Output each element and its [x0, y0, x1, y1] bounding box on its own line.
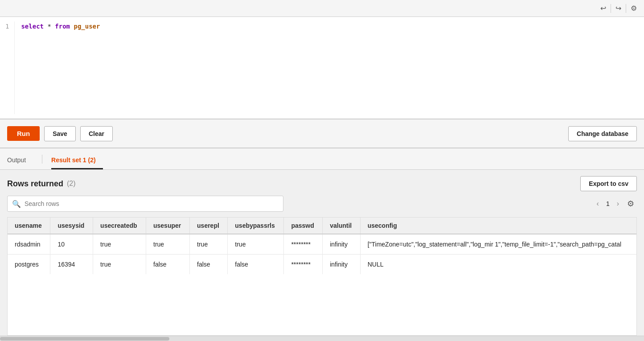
page-number: 1 — [604, 200, 611, 207]
cell-userepl: false — [190, 255, 228, 275]
sql-line-1: select * from pg_user — [21, 21, 638, 31]
cell-usesysid: 10 — [50, 234, 93, 255]
top-toolbar: ↩ ↪ ⚙ — [0, 0, 644, 17]
clear-button[interactable]: Clear — [80, 126, 113, 141]
cell-usecreatedb: true — [93, 255, 146, 275]
cell-passwd: ******** — [284, 234, 323, 255]
save-button[interactable]: Save — [44, 126, 76, 141]
table-wrapper: usename usesysid usecreatedb usesuper us… — [7, 217, 637, 336]
cell-usename: rdsadmin — [8, 234, 50, 255]
action-bar: Run Save Clear Change database — [0, 119, 644, 148]
rows-returned-label: Rows returned — [7, 179, 63, 189]
table-row: rdsadmin10truetruetruetrue********infini… — [8, 234, 636, 255]
sql-op-star: * — [47, 23, 55, 30]
bottom-scrollbar[interactable] — [0, 336, 644, 341]
run-button[interactable]: Run — [7, 126, 40, 141]
tab-output[interactable]: Output — [7, 152, 33, 169]
main-wrapper: ↩ ↪ ⚙ 1 select * from pg_user Run Save C… — [0, 0, 644, 341]
col-usesysid: usesysid — [50, 218, 93, 234]
toolbar-divider — [611, 4, 611, 13]
results-table: usename usesysid usecreatedb usesuper us… — [8, 218, 636, 274]
prev-page-button[interactable]: ‹ — [593, 198, 603, 210]
tab-result-set-1[interactable]: Result set 1 (2) — [51, 152, 103, 169]
next-page-button[interactable]: › — [613, 198, 623, 210]
cell-useconfig: NULL — [360, 255, 636, 275]
cell-userepl: true — [190, 234, 228, 255]
cell-usename: postgres — [8, 255, 50, 275]
cell-passwd: ******** — [284, 255, 323, 275]
results-header: Rows returned (2) Export to csv — [7, 176, 637, 191]
toolbar-divider-2 — [626, 4, 626, 13]
col-usesuper: usesuper — [146, 218, 190, 234]
search-icon: 🔍 — [12, 200, 21, 208]
tab-separator — [42, 155, 42, 164]
cell-usesuper: false — [146, 255, 190, 275]
export-csv-button[interactable]: Export to csv — [580, 176, 637, 191]
editor-content[interactable]: select * from pg_user — [15, 21, 644, 114]
cell-usebypassrls: true — [228, 234, 284, 255]
table-row: postgres16394truefalsefalsefalse********… — [8, 255, 636, 275]
col-valuntil: valuntil — [323, 218, 360, 234]
pagination-controls: ‹ 1 › ⚙ — [593, 197, 637, 210]
cell-usebypassrls: false — [228, 255, 284, 275]
redo-button[interactable]: ↪ — [613, 2, 624, 14]
sql-table-name: pg_user — [74, 23, 100, 30]
sql-keyword-select: select — [21, 23, 44, 30]
line-numbers: 1 — [0, 21, 15, 114]
results-content: Rows returned (2) Export to csv 🔍 ‹ 1 › … — [0, 170, 644, 336]
cell-useconfig: ["TimeZone=utc","log_statement=all","log… — [360, 234, 636, 255]
header-row: usename usesysid usecreatedb usesuper us… — [8, 218, 636, 234]
col-usebypassrls: usebypassrls — [228, 218, 284, 234]
undo-button[interactable]: ↩ — [598, 2, 609, 14]
sql-keyword-from: from — [55, 23, 70, 30]
results-panel: Output Result set 1 (2) Rows returned (2… — [0, 148, 644, 341]
col-useconfig: useconfig — [360, 218, 636, 234]
sql-editor-area: 1 select * from pg_user — [0, 17, 644, 119]
cell-usesysid: 16394 — [50, 255, 93, 275]
settings-button[interactable]: ⚙ — [628, 2, 640, 14]
cell-usesuper: true — [146, 234, 190, 255]
col-userepl: userepl — [190, 218, 228, 234]
rows-count: (2) — [67, 180, 76, 188]
scrollbar-thumb — [0, 337, 169, 341]
editor-inner: 1 select * from pg_user — [0, 21, 644, 114]
change-database-button[interactable]: Change database — [568, 126, 637, 141]
search-pagination-row: 🔍 ‹ 1 › ⚙ — [7, 196, 637, 212]
cell-valuntil: infinity — [323, 234, 360, 255]
cell-usecreatedb: true — [93, 234, 146, 255]
col-usename: usename — [8, 218, 50, 234]
line-number-1: 1 — [5, 21, 9, 31]
table-header: usename usesysid usecreatedb usesuper us… — [8, 218, 636, 234]
cell-valuntil: infinity — [323, 255, 360, 275]
tabs-bar: Output Result set 1 (2) — [0, 148, 644, 170]
search-box: 🔍 — [7, 196, 283, 212]
search-input[interactable] — [25, 200, 279, 207]
table-body: rdsadmin10truetruetruetrue********infini… — [8, 234, 636, 274]
col-usecreatedb: usecreatedb — [93, 218, 146, 234]
col-passwd: passwd — [284, 218, 323, 234]
table-settings-button[interactable]: ⚙ — [624, 197, 637, 210]
